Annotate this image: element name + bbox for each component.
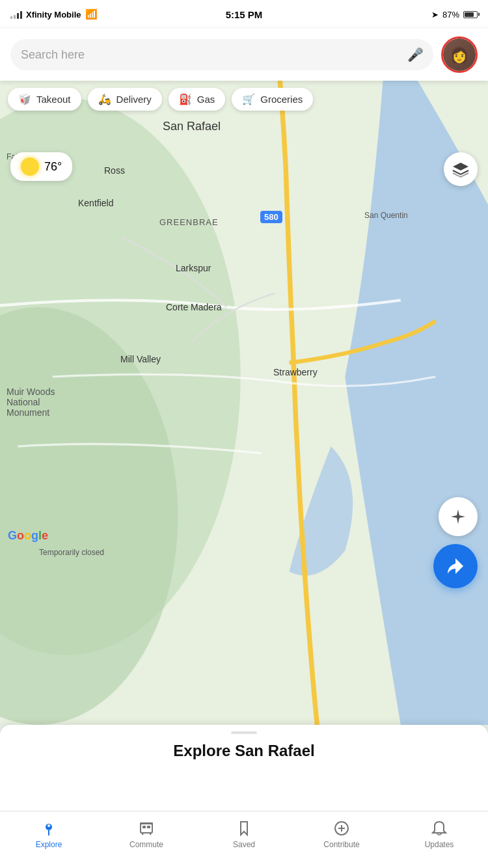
svg-rect-8 <box>140 822 153 824</box>
saved-label: Saved <box>233 840 255 849</box>
status-right: ➤ 87% <box>431 10 478 20</box>
search-placeholder: Search here <box>21 48 401 62</box>
nav-updates[interactable]: Updates <box>390 817 488 849</box>
delivery-icon: 🛵 <box>98 93 111 105</box>
commute-icon <box>137 819 156 837</box>
location-button[interactable] <box>439 497 478 536</box>
svg-rect-6 <box>142 826 146 828</box>
wifi-icon: 📶 <box>85 8 98 20</box>
sheet-handle <box>231 731 257 734</box>
category-takeout[interactable]: 🥡 Takeout <box>8 88 81 111</box>
directions-icon <box>445 556 466 576</box>
bottom-nav: Explore Commute Saved <box>0 811 488 868</box>
saved-icon <box>235 819 253 837</box>
map-area[interactable]: 76° Santa Venetia San Rafael Ross Kentfi… <box>0 29 488 725</box>
sun-icon <box>21 157 39 176</box>
temporarily-closed-label: Temporarily closed <box>39 548 104 557</box>
takeout-icon: 🥡 <box>18 93 31 105</box>
delivery-label: Delivery <box>116 94 152 105</box>
updates-label: Updates <box>425 840 454 849</box>
svg-rect-5 <box>141 824 152 833</box>
map-svg <box>0 29 488 725</box>
avatar-image: 👩 <box>443 38 476 71</box>
status-time: 5:15 PM <box>226 9 263 20</box>
gas-label: Gas <box>197 94 215 105</box>
map-layers-button[interactable] <box>444 152 478 186</box>
explore-title: Explore San Rafael <box>173 739 314 763</box>
explore-label: Explore <box>36 840 62 849</box>
groceries-icon: 🛒 <box>242 93 255 105</box>
contribute-label: Contribute <box>323 840 359 849</box>
svg-rect-7 <box>147 826 150 828</box>
compass-icon <box>450 508 467 525</box>
search-bar: Search here 🎤 👩 <box>0 29 488 81</box>
explore-icon <box>40 819 58 837</box>
groceries-label: Groceries <box>260 94 303 105</box>
svg-point-4 <box>47 824 50 827</box>
google-logo: Google <box>8 529 48 543</box>
weather-widget: 76° <box>10 152 72 181</box>
takeout-label: Takeout <box>36 94 71 105</box>
category-delivery[interactable]: 🛵 Delivery <box>88 88 162 111</box>
category-bar: 🥡 Takeout 🛵 Delivery ⛽ Gas 🛒 Groceries <box>0 81 488 117</box>
category-gas[interactable]: ⛽ Gas <box>169 88 226 111</box>
battery-percentage: 87% <box>442 10 459 20</box>
search-input-container[interactable]: Search here 🎤 <box>10 39 433 70</box>
signal-icon <box>10 10 22 19</box>
contribute-icon <box>332 819 351 837</box>
gas-icon: ⛽ <box>179 93 192 105</box>
commute-label: Commute <box>129 840 163 849</box>
nav-explore[interactable]: Explore <box>0 817 98 849</box>
microphone-icon[interactable]: 🎤 <box>407 47 423 62</box>
navigate-fab[interactable] <box>433 544 478 588</box>
location-active-icon: ➤ <box>431 10 439 20</box>
layers-icon <box>452 160 470 178</box>
highway-badge-580: 580 <box>260 211 282 223</box>
battery-icon <box>463 11 478 18</box>
temperature: 76° <box>44 160 62 174</box>
category-groceries[interactable]: 🛒 Groceries <box>232 88 313 111</box>
nav-contribute[interactable]: Contribute <box>293 817 390 849</box>
carrier-label: Xfinity Mobile <box>26 10 81 20</box>
status-bar: Xfinity Mobile 📶 5:15 PM ➤ 87% <box>0 0 488 29</box>
nav-saved[interactable]: Saved <box>195 817 293 849</box>
user-avatar[interactable]: 👩 <box>441 36 478 73</box>
nav-commute[interactable]: Commute <box>98 817 195 849</box>
updates-icon <box>430 819 448 837</box>
status-left: Xfinity Mobile 📶 <box>10 8 98 20</box>
bottom-sheet[interactable]: Explore San Rafael <box>0 725 488 811</box>
